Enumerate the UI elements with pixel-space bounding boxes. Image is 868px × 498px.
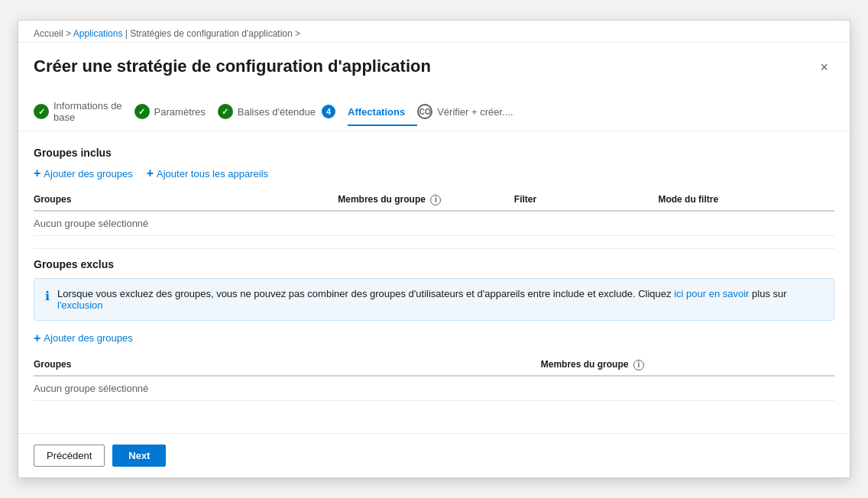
step5-icon: CO — [417, 104, 432, 119]
col-header-groupes: Groupes — [34, 189, 338, 211]
membres-info-icon: i — [430, 195, 441, 205]
divider — [34, 248, 834, 249]
step3-label: Balises d'étendue — [238, 106, 316, 118]
modal-body: Groupes inclus + Ajouter des groupes + A… — [18, 131, 850, 433]
modal-header: Créer une stratégie de configuration d'a… — [18, 43, 850, 86]
info-box-link2[interactable]: pour en savoir — [686, 288, 749, 299]
modal-footer: Précédent Next — [18, 433, 850, 477]
add-groups-plus-icon: + — [34, 167, 40, 180]
close-button[interactable]: × — [814, 57, 834, 79]
step-affectations[interactable]: Affectations — [348, 100, 417, 125]
exclusion-info-box: ℹ Lorsque vous excluez des groupes, vous… — [34, 278, 834, 321]
add-devices-label: Ajouter tous les appareils — [157, 168, 268, 179]
breadcrumb-accueil: Accueil — [34, 28, 63, 39]
step3-icon: ✓ — [218, 104, 233, 119]
col-excl-membres: Membres du groupe i — [541, 354, 834, 376]
add-devices-plus-icon: + — [147, 167, 154, 180]
info-box-link[interactable]: ici — [674, 288, 683, 299]
empty-included-message: Aucun groupe sélectionné — [34, 211, 834, 236]
step4-label: Affectations — [348, 106, 405, 118]
step2-icon: ✓ — [134, 104, 150, 119]
stepper: ✓ Informations debase ✓ Paramètres ✓ Bal… — [18, 86, 850, 131]
included-action-bar: + Ajouter des groupes + Ajouter tous les… — [34, 167, 834, 180]
step-verifier[interactable]: CO Vérifier + créer.... — [417, 98, 525, 127]
table-row-empty-excluded: Aucun groupe sélectionné — [34, 376, 834, 401]
add-groups-excluded-link[interactable]: + Ajouter des groupes — [34, 331, 133, 345]
info-box-link3[interactable]: l'exclusion — [57, 299, 103, 311]
excluded-groups-table: Groupes Membres du groupe i Aucun groupe… — [34, 354, 834, 401]
add-groups-included-link[interactable]: + Ajouter des groupes — [34, 167, 133, 180]
step5-label: Vérifier + créer.... — [437, 106, 513, 118]
modal-container: Accueil > Applications | Stratégies de c… — [18, 20, 850, 478]
step1-icon: ✓ — [34, 104, 49, 119]
step-informations[interactable]: ✓ Informations debase — [34, 94, 134, 131]
breadcrumb-sep1: > — [66, 28, 73, 39]
step1-label: Informations debase — [53, 100, 122, 123]
breadcrumb-strategies: Stratégies de configuration d'applicatio… — [130, 28, 292, 39]
info-box-text: Lorsque vous excluez des groupes, vous n… — [57, 288, 823, 311]
col-header-filter: Filter — [514, 189, 659, 211]
excluded-groups-title: Groupes exclus — [34, 258, 834, 270]
included-groups-title: Groupes inclus — [34, 147, 834, 159]
step2-label: Paramètres — [154, 106, 206, 118]
step3-badge: 4 — [322, 105, 335, 118]
next-button[interactable]: Next — [112, 445, 166, 467]
breadcrumb: Accueil > Applications | Stratégies de c… — [18, 21, 850, 43]
col-header-membres: Membres du groupe i — [338, 189, 514, 211]
excluded-action-bar: + Ajouter des groupes — [34, 331, 834, 345]
col-header-mode: Mode du filtre — [658, 189, 834, 211]
included-groups-table: Groupes Membres du groupe i Filter Mode … — [34, 189, 834, 236]
excl-membres-info-icon: i — [633, 360, 644, 370]
add-groups-excluded-label: Ajouter des groupes — [44, 332, 132, 344]
step-balises[interactable]: ✓ Balises d'étendue 4 — [218, 98, 348, 127]
previous-button[interactable]: Précédent — [34, 445, 105, 467]
col-excl-groupes: Groupes — [34, 354, 541, 376]
breadcrumb-sep3: > — [295, 28, 300, 39]
step-parametres[interactable]: ✓ Paramètres — [134, 98, 218, 127]
add-excl-plus-icon: + — [34, 331, 40, 345]
breadcrumb-applications[interactable]: Applications — [73, 28, 123, 39]
empty-excluded-message: Aucun groupe sélectionné — [34, 376, 834, 401]
add-devices-link[interactable]: + Ajouter tous les appareils — [147, 167, 268, 180]
modal-title: Créer une stratégie de configuration d'a… — [34, 57, 431, 76]
info-box-icon: ℹ — [45, 289, 50, 303]
table-row-empty-included: Aucun groupe sélectionné — [34, 211, 834, 236]
add-groups-included-label: Ajouter des groupes — [44, 168, 132, 179]
